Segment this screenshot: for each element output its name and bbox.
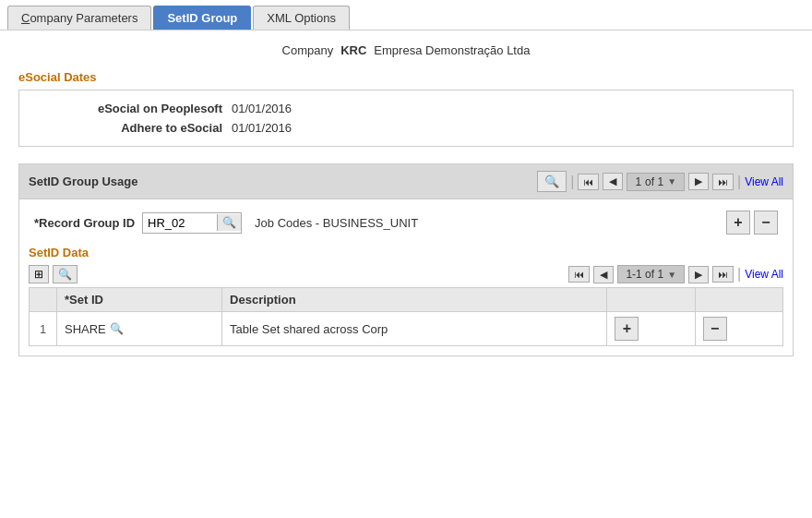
setid-data-nav: ⏮ ◀ 1-1 of 1 ▼ ▶ ⏭ | View All <box>568 265 783 283</box>
setid-group-panel: SetID Group Usage 🔍 | ⏮ ◀ 1 of 1 ▼ ▶ ⏭ |… <box>18 163 794 356</box>
setid-data-section: SetID Data ⊞ 🔍 ⏮ ◀ 1-1 of 1 ▼ ▶ ⏭ | View… <box>19 246 793 355</box>
setid-data-search-button[interactable]: 🔍 <box>53 265 78 283</box>
first-page-button[interactable]: ⏮ <box>578 174 599 190</box>
setid-input-container: SHARE 🔍 <box>65 322 214 336</box>
row-remove-button[interactable]: − <box>703 317 727 341</box>
tab-xml-options-label: XML Options <box>267 11 336 25</box>
last-page-button[interactable]: ⏭ <box>712 174 734 190</box>
esocial-row-0: eSocial on Peoplesoft 01/01/2016 <box>38 102 774 115</box>
col-header-description: Description <box>222 288 607 312</box>
setid-table: *Set ID Description 1 SHARE 🔍 <box>29 287 783 346</box>
page-indicator: 1 of 1 ▼ <box>627 173 685 191</box>
main-content: Company KRC Empresa Demonstração Ltda eS… <box>0 30 812 379</box>
tab-bar: Company Parameters SetID Group XML Optio… <box>0 0 812 30</box>
esocial-section-title: eSocial Dates <box>18 70 794 84</box>
col-header-num <box>30 288 57 312</box>
setid-search-icon[interactable]: 🔍 <box>110 322 124 335</box>
setid-data-title: SetID Data <box>29 246 783 259</box>
col-header-setid: *Set ID <box>57 288 222 312</box>
record-group-search-icon[interactable]: 🔍 <box>217 214 241 231</box>
row-remove-cell: − <box>695 312 782 346</box>
panel-header: SetID Group Usage 🔍 | ⏮ ◀ 1 of 1 ▼ ▶ ⏭ |… <box>19 164 793 199</box>
table-header-row: *Set ID Description <box>30 288 783 312</box>
record-group-description: Job Codes - BUSINESS_UNIT <box>255 216 418 230</box>
setid-page-current: 1-1 of 1 <box>626 268 663 281</box>
col-header-remove <box>695 288 782 312</box>
setid-prev-button[interactable]: ◀ <box>593 266 614 283</box>
page-current: 1 <box>635 175 641 188</box>
panel-header-title: SetID Group Usage <box>29 175 137 188</box>
company-row: Company KRC Empresa Demonstração Ltda <box>18 43 794 57</box>
table-row: 1 SHARE 🔍 Table Set shared across Corp + <box>30 312 783 346</box>
tab-company-parameters[interactable]: Company Parameters <box>7 6 151 30</box>
remove-record-button[interactable]: − <box>754 211 778 235</box>
setid-value: SHARE <box>65 322 106 336</box>
esocial-field-label-0: eSocial on Peoplesoft <box>38 102 222 115</box>
col-header-add <box>607 288 695 312</box>
esocial-field-label-1: Adhere to eSocial <box>38 121 222 135</box>
tab-setid-group-label: SetID Group <box>167 11 237 25</box>
setid-last-button[interactable]: ⏭ <box>712 266 734 283</box>
row-description: Table Set shared across Corp <box>222 312 607 346</box>
row-add-button[interactable]: + <box>615 317 639 341</box>
page-dropdown-arrow-icon[interactable]: ▼ <box>667 176 676 187</box>
esocial-value-0: 01/01/2016 <box>232 102 292 115</box>
tab-xml-options[interactable]: XML Options <box>253 6 350 30</box>
pipe-divider-3: | <box>737 266 741 283</box>
page-of: of 1 <box>645 175 663 188</box>
pipe-divider-2: | <box>737 174 741 190</box>
tab-setid-group[interactable]: SetID Group <box>153 6 251 30</box>
add-record-button[interactable]: + <box>726 211 750 235</box>
company-label: Company <box>282 43 334 57</box>
grid-view-button[interactable]: ⊞ <box>29 265 49 283</box>
company-name: Empresa Demonstração Ltda <box>374 43 530 57</box>
record-group-input-container: 🔍 <box>142 212 242 234</box>
record-group-input[interactable] <box>143 213 217 233</box>
next-page-button[interactable]: ▶ <box>688 173 709 190</box>
setid-dropdown-arrow-icon[interactable]: ▼ <box>667 270 676 280</box>
row-add-cell: + <box>607 312 695 346</box>
prev-page-button[interactable]: ◀ <box>603 173 623 190</box>
esocial-row-1: Adhere to eSocial 01/01/2016 <box>38 121 774 135</box>
esocial-value-1: 01/01/2016 <box>232 121 292 135</box>
setid-next-button[interactable]: ▶ <box>688 266 709 283</box>
add-remove-buttons: + − <box>726 211 778 235</box>
panel-nav: 🔍 | ⏮ ◀ 1 of 1 ▼ ▶ ⏭ | View All <box>537 171 783 192</box>
record-group-label: *Record Group ID <box>34 216 135 230</box>
company-code: KRC <box>340 43 366 57</box>
setid-page-indicator: 1-1 of 1 ▼ <box>617 265 685 283</box>
view-all-link[interactable]: View All <box>745 175 783 188</box>
tab-company-parameters-label: Company Parameters <box>21 11 137 25</box>
setid-view-all-link[interactable]: View All <box>745 268 783 281</box>
record-group-row: *Record Group ID 🔍 Job Codes - BUSINESS_… <box>19 199 793 246</box>
setid-first-button[interactable]: ⏮ <box>568 266 590 283</box>
pipe-divider-1: | <box>570 174 574 190</box>
row-setid-cell: SHARE 🔍 <box>57 312 222 346</box>
esocial-box: eSocial on Peoplesoft 01/01/2016 Adhere … <box>18 90 794 147</box>
row-num: 1 <box>30 312 57 346</box>
setid-data-toolbar: ⊞ 🔍 ⏮ ◀ 1-1 of 1 ▼ ▶ ⏭ | View All <box>29 265 783 283</box>
panel-search-button[interactable]: 🔍 <box>537 171 567 192</box>
